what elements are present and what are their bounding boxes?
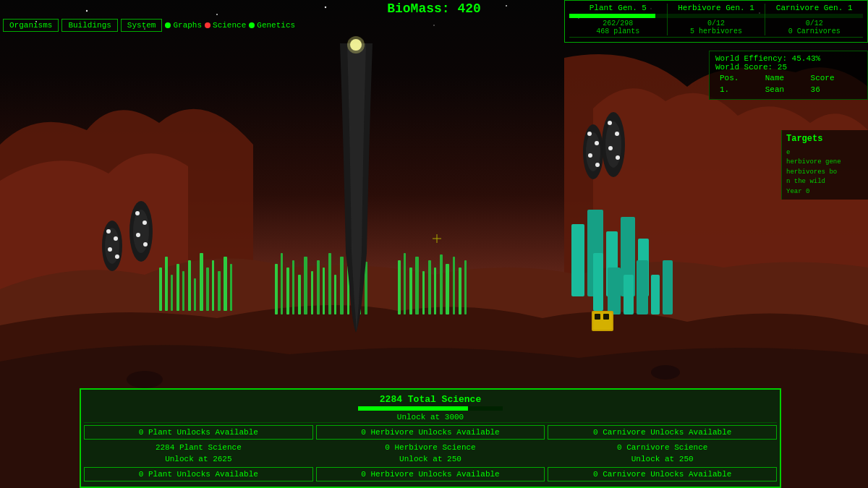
svg-point-95 — [651, 365, 680, 380]
row1-pos: 1. — [717, 85, 761, 95]
svg-rect-40 — [398, 260, 401, 314]
science-toggle[interactable]: Science — [205, 21, 246, 30]
svg-point-82 — [605, 121, 621, 168]
svg-point-80 — [595, 163, 600, 167]
svg-rect-61 — [651, 275, 660, 314]
svg-rect-16 — [188, 260, 191, 311]
svg-rect-18 — [200, 253, 203, 311]
svg-rect-51 — [464, 260, 467, 314]
svg-point-67 — [108, 247, 112, 252]
svg-rect-44 — [422, 271, 425, 314]
svg-rect-31 — [317, 260, 320, 314]
svg-point-83 — [608, 121, 612, 125]
carnivore-col-2: 0 Carnivore Unlocks Available — [548, 467, 777, 481]
svg-rect-26 — [286, 267, 289, 314]
targets-title: Targets — [786, 133, 864, 145]
svg-point-96 — [127, 371, 163, 388]
svg-rect-52 — [571, 224, 584, 296]
svg-rect-23 — [230, 264, 232, 311]
science-counts-row: 2284 Plant Science Unlock at 2625 0 Herb… — [84, 442, 777, 465]
svg-rect-45 — [428, 260, 431, 314]
top-hud: BioMass: 420 Organisms Buildings System … — [0, 0, 868, 33]
col-name: Name — [762, 73, 807, 83]
svg-rect-49 — [453, 257, 455, 314]
col-score: Score — [808, 73, 860, 83]
herbivore-unlock-at-label: Unlock at 250 — [316, 453, 545, 465]
svg-point-73 — [136, 233, 140, 237]
herbivore-science-col: 0 Herbivore Science Unlock at 250 — [316, 442, 545, 465]
svg-point-72 — [142, 221, 147, 225]
svg-rect-59 — [624, 275, 634, 314]
svg-rect-27 — [292, 260, 294, 314]
svg-rect-15 — [182, 271, 184, 311]
svg-rect-28 — [298, 275, 301, 314]
bottom-hud: 2284 Total Science Unlock at 3000 0 Plan… — [80, 388, 781, 488]
herbivore-col-2: 0 Herbivore Unlocks Available — [316, 467, 545, 481]
total-science-row: 2284 Total Science — [84, 393, 777, 406]
carnivore-unlocks-button-2[interactable]: 0 Carnivore Unlocks Available — [548, 467, 777, 481]
svg-point-68 — [115, 254, 119, 259]
leaderboard-table: Pos. Name Score 1. Sean 36 — [715, 72, 861, 96]
plant-unlocks-button-1[interactable]: 0 Plant Unlocks Available — [84, 425, 313, 440]
svg-rect-35 — [340, 257, 344, 314]
graphs-toggle[interactable]: Graphs — [165, 21, 202, 30]
score-label: World Score: 25 — [715, 63, 861, 72]
row1-score: 36 — [808, 85, 860, 95]
organisms-button[interactable]: Organisms — [3, 19, 59, 32]
svg-rect-92 — [603, 314, 609, 320]
genetics-toggle[interactable]: Genetics — [249, 21, 295, 30]
svg-rect-14 — [176, 264, 179, 311]
targets-content: e herbivore gene herbivores bo n the wil… — [786, 148, 864, 197]
svg-rect-32 — [323, 267, 325, 314]
unlock-at-3000-row: Unlock at 3000 — [84, 412, 777, 423]
svg-rect-41 — [404, 253, 406, 314]
svg-point-70 — [133, 210, 149, 253]
science-progress-fill — [358, 406, 468, 411]
svg-point-77 — [587, 132, 592, 136]
svg-point-71 — [135, 211, 140, 215]
plant-unlocks-button-2[interactable]: 0 Plant Unlocks Available — [84, 467, 313, 481]
svg-point-84 — [615, 132, 619, 136]
carnivore-unlock-at-label: Unlock at 250 — [548, 453, 777, 465]
svg-rect-12 — [165, 257, 168, 311]
science-progress-bar — [358, 406, 503, 411]
svg-rect-57 — [593, 253, 603, 311]
svg-point-65 — [106, 229, 111, 234]
svg-rect-25 — [281, 253, 283, 314]
nav-bar: Organisms Buildings System Graphs Scienc… — [0, 17, 868, 33]
herbivore-unlocks-button-2[interactable]: 0 Herbivore Unlocks Available — [316, 467, 545, 481]
available-buttons-row-2: 0 Plant Unlocks Available 0 Herbivore Un… — [84, 467, 777, 481]
svg-rect-91 — [595, 314, 600, 320]
plant-col-1: 0 Plant Unlocks Available — [84, 425, 313, 440]
plant-science-col: 2284 Plant Science Unlock at 2625 — [84, 442, 313, 465]
efficiency-panel: World Effiency: 45.43% World Score: 25 P… — [709, 51, 868, 100]
efficiency-label: World Effiency: 45.43% — [715, 54, 861, 63]
science-dot — [205, 22, 210, 28]
svg-rect-50 — [459, 267, 461, 314]
svg-rect-48 — [446, 264, 449, 314]
svg-point-66 — [114, 236, 118, 241]
col-pos: Pos. — [717, 73, 761, 83]
row1-name: Sean — [762, 85, 807, 95]
plant-science-label: 2284 Plant Science — [84, 442, 313, 453]
buildings-button[interactable]: Buildings — [61, 19, 117, 32]
svg-rect-60 — [637, 260, 648, 314]
herbivore-unlocks-button-1[interactable]: 0 Herbivore Unlocks Available — [316, 425, 545, 440]
herbivore-science-label: 0 Herbivore Science — [316, 442, 545, 453]
svg-rect-62 — [663, 260, 673, 314]
svg-rect-47 — [440, 254, 443, 314]
svg-point-74 — [143, 242, 148, 247]
carnivore-science-label: 0 Carnivore Science — [548, 442, 777, 453]
biomass-title: BioMass: 420 — [0, 0, 868, 17]
svg-rect-17 — [194, 278, 196, 311]
targets-panel: Targets e herbivore gene herbivores bo n… — [781, 130, 868, 200]
svg-rect-42 — [409, 267, 412, 314]
svg-rect-33 — [328, 253, 331, 314]
carnivore-col-1: 0 Carnivore Unlocks Available — [548, 425, 777, 440]
svg-rect-21 — [218, 271, 221, 311]
system-button[interactable]: System — [121, 19, 163, 32]
svg-rect-58 — [608, 267, 621, 314]
svg-rect-22 — [224, 257, 227, 311]
carnivore-unlocks-button-1[interactable]: 0 Carnivore Unlocks Available — [548, 425, 777, 440]
svg-point-88 — [347, 36, 365, 53]
